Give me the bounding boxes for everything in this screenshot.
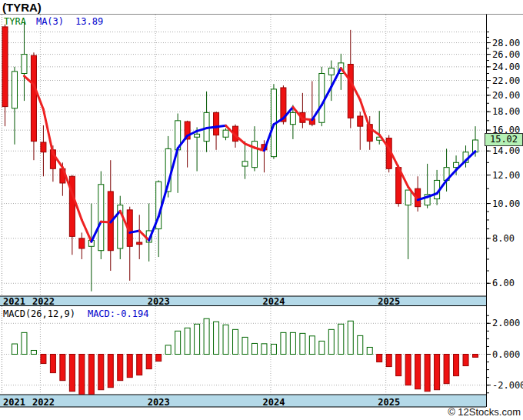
macd-legend: MACD(26,12,9)MACD:-0.194 [3, 308, 148, 319]
legend-symbol: TYRA [4, 16, 26, 27]
svg-text:2025: 2025 [378, 296, 400, 307]
svg-text:26.00: 26.00 [492, 49, 520, 60]
svg-text:28.00: 28.00 [492, 38, 520, 48]
main-gridlines [2, 32, 486, 284]
svg-text:6.00: 6.00 [492, 278, 515, 288]
svg-text:2021: 2021 [3, 296, 25, 307]
macd-indicator-value: MACD:-0.194 [88, 308, 148, 319]
svg-text:2023: 2023 [148, 397, 170, 408]
macd-histogram [12, 318, 478, 394]
svg-text:2023: 2023 [148, 296, 170, 307]
candlesticks [2, 22, 478, 291]
svg-text:2024: 2024 [262, 397, 285, 408]
svg-text:18.00: 18.00 [492, 106, 520, 117]
svg-text:-2.000: -2.000 [492, 380, 523, 391]
svg-text:12.00: 12.00 [492, 170, 520, 181]
macd-indicator-label: MACD(26,12,9) [3, 308, 75, 319]
svg-text:2022: 2022 [32, 296, 55, 307]
svg-text:10.00: 10.00 [492, 198, 520, 209]
legend-ma-value: 13.89 [75, 16, 103, 27]
stock-chart-page: (TYRA) 202120212022202220232023202420242… [0, 0, 523, 420]
svg-text:2024: 2024 [262, 296, 285, 307]
svg-text:2022: 2022 [32, 397, 55, 408]
macd-axis: 2.0000.000-2.000 [486, 315, 523, 393]
legend-ma-label: MA(3) [36, 16, 64, 27]
svg-text:20.00: 20.00 [492, 90, 520, 101]
svg-text:8.00: 8.00 [492, 233, 515, 244]
svg-text:24.00: 24.00 [492, 62, 520, 72]
svg-text:2.000: 2.000 [492, 318, 520, 328]
price-axis: 28.0026.0024.0022.0020.0018.0016.0014.00… [486, 32, 520, 289]
price-and-macd-chart: 2021202120222022202320232024202420252025… [0, 0, 523, 420]
last-price-tag: 15.02 [485, 133, 523, 146]
svg-text:14.00: 14.00 [492, 145, 520, 156]
svg-text:22.00: 22.00 [492, 75, 520, 86]
main-chart-legend: TYRAMA(3)13.89 [4, 16, 103, 27]
watermark: © 12Stocks.com [328, 406, 521, 418]
svg-text:0.000: 0.000 [492, 349, 520, 360]
svg-text:2021: 2021 [3, 397, 25, 408]
ma3-line [24, 68, 475, 242]
